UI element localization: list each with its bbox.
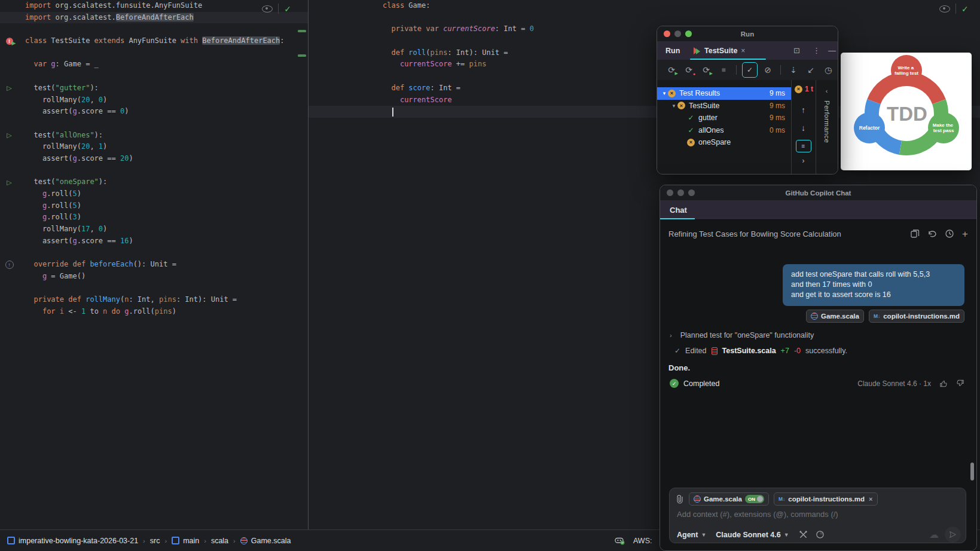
tree-chevron-icon[interactable]: ▾ <box>670 103 677 109</box>
collapse-strip-icon[interactable]: ‹ <box>826 87 828 94</box>
planned-step-row[interactable]: › Planned test for "oneSpare" functional… <box>670 331 814 339</box>
context-chip[interactable]: Game.scala <box>806 310 864 323</box>
code-line[interactable] <box>0 247 308 259</box>
next-failed-test-icon[interactable]: ↓ <box>791 123 816 133</box>
highlighting-eye-icon[interactable] <box>939 5 950 13</box>
minimize-window-button[interactable] <box>677 189 684 196</box>
thumbs-up-icon[interactable] <box>939 379 948 388</box>
usage-timer-icon[interactable] <box>816 530 825 539</box>
input-context-chips[interactable]: Game.scalaONM↓copilot-instructions.md× <box>689 492 878 506</box>
code-line[interactable]: test("allOnes"): <box>0 130 308 142</box>
code-line[interactable] <box>0 47 308 59</box>
edited-file-name[interactable]: TestSuite.scala <box>722 347 776 355</box>
code-line[interactable] <box>309 12 980 24</box>
cloud-sync-icon[interactable]: ☁ <box>929 529 939 540</box>
zoom-window-button[interactable] <box>685 30 692 37</box>
import-test-results-icon[interactable]: ↙ <box>804 63 818 77</box>
breadcrumb-item[interactable]: imperative-bowling-kata-2026-03-21 <box>7 537 138 545</box>
send-button[interactable] <box>945 526 961 543</box>
edited-step-row[interactable]: ✓ Edited TestSuite.scala +7 -0 successfu… <box>674 347 847 355</box>
traffic-lights[interactable] <box>664 30 692 37</box>
run-tabstrip[interactable]: Run TestSuite × ⊡ ⋮ — <box>657 41 838 60</box>
run-test-icon[interactable]: ▷ <box>5 178 14 187</box>
editor-pane-testsuite[interactable]: import org.scalatest.funsuite.AnyFunSuit… <box>0 0 308 529</box>
breadcrumb-item[interactable]: scala <box>211 537 228 545</box>
code-line[interactable]: assert(g.score == 0) <box>0 106 308 118</box>
code-line[interactable]: g.roll(5) <box>0 200 308 212</box>
thumbs-down-icon[interactable] <box>955 379 964 388</box>
expand-chevron-icon[interactable]: › <box>670 332 672 339</box>
toggle-auto-test-icon[interactable]: ⟳▶ <box>699 63 713 77</box>
run-tool-window[interactable]: Run Run TestSuite × ⊡ ⋮ — ⟳▶ ⟳● ⟳▶ ■ ✓ ⊘… <box>657 26 838 175</box>
minimize-window-button[interactable] <box>674 30 681 37</box>
tab-chat[interactable]: Chat <box>670 206 687 215</box>
code-line[interactable]: class Game: <box>309 0 980 12</box>
code-line[interactable] <box>0 23 308 35</box>
copilot-status-icon[interactable] <box>615 536 625 545</box>
traffic-lights[interactable] <box>667 189 695 196</box>
code-line[interactable]: test("gutter"): <box>0 82 308 94</box>
chat-tabstrip[interactable]: Chat <box>660 200 976 220</box>
inspections-ok-icon[interactable]: ✓ <box>961 4 969 14</box>
close-window-button[interactable] <box>664 30 670 37</box>
inspection-widget[interactable]: ✓ <box>262 4 291 14</box>
context-chip[interactable]: M↓copilot-instructions.md× <box>774 492 878 506</box>
code-line[interactable]: var g: Game = _ <box>0 59 308 71</box>
history-clock-icon[interactable] <box>945 229 954 238</box>
tree-chevron-icon[interactable]: ▾ <box>661 90 668 96</box>
inspections-ok-icon[interactable]: ✓ <box>284 4 291 14</box>
highlighting-eye-icon[interactable] <box>262 5 273 13</box>
previous-failed-test-icon[interactable]: ↑ <box>791 105 816 115</box>
breadcrumb-item[interactable]: main <box>172 537 199 545</box>
zoom-window-button[interactable] <box>688 189 695 196</box>
override-method-icon[interactable]: ↑ <box>5 261 14 270</box>
context-chip[interactable]: M↓copilot-instructions.md <box>869 310 964 323</box>
input-controls-row[interactable]: Agent▼ Claude Sonnet 4.6▼ ☁ <box>677 526 961 543</box>
move-to-window-icon[interactable]: ⊡ <box>793 46 800 55</box>
tools-icon[interactable] <box>799 530 808 539</box>
test-side-toolbar[interactable]: × 1 t ↑ ↓ ≡ › <box>791 80 816 174</box>
breadcrumb[interactable]: imperative-bowling-kata-2026-03-21›src›m… <box>0 537 291 545</box>
toggle-output-layout-button[interactable]: ≡ <box>791 140 816 152</box>
breadcrumb-item[interactable]: Game.scala <box>240 537 291 545</box>
test-tree-row[interactable]: ▾×TestSuite9 ms <box>657 100 791 112</box>
chat-input-placeholder[interactable]: Add context (#), extensions (@), command… <box>677 510 838 519</box>
test-history-icon[interactable]: ◷ <box>821 63 835 77</box>
code-line[interactable]: g.roll(5) <box>0 188 308 200</box>
code-line[interactable] <box>0 283 308 295</box>
expand-panel-icon[interactable]: › <box>791 157 816 165</box>
run-test-icon[interactable]: ▷ <box>5 131 14 140</box>
code-line[interactable]: rollMany(20, 1) <box>0 141 308 153</box>
inspection-widget[interactable]: ✓ <box>939 4 969 14</box>
test-results-tree[interactable]: ▾×Test Results9 ms▾×TestSuite9 ms✓gutter… <box>657 87 791 149</box>
performance-tab-label[interactable]: Performance <box>823 100 831 143</box>
hide-window-icon[interactable]: — <box>828 46 836 55</box>
code-line[interactable]: override def beforeEach(): Unit = <box>0 259 308 271</box>
new-chat-icon[interactable]: + <box>962 229 968 239</box>
paperclip-icon[interactable] <box>676 494 684 504</box>
vcs-change-stripe-mark[interactable] <box>298 30 306 32</box>
show-ignored-icon[interactable]: ⊘ <box>761 63 775 77</box>
code-line[interactable]: rollMany(20, 0) <box>0 94 308 106</box>
code-line[interactable]: rollMany(17, 0) <box>0 224 308 235</box>
rerun-tests-icon[interactable]: ⟳▶ <box>664 63 679 77</box>
code-area-testsuite[interactable]: import org.scalatest.funsuite.AnyFunSuit… <box>0 0 308 318</box>
run-toolbar[interactable]: ⟳▶ ⟳● ⟳▶ ■ ✓ ⊘ ⇣ ↙ ◷ <box>657 60 838 81</box>
tab-testsuite[interactable]: TestSuite × <box>690 41 770 60</box>
test-tree-row[interactable]: ×oneSpare <box>657 136 791 149</box>
test-tree-row[interactable]: ✓allOnes0 ms <box>657 124 791 137</box>
rerun-failed-tests-icon[interactable]: ⟳● <box>682 63 696 77</box>
run-test-icon[interactable]: ▷ <box>5 84 14 93</box>
breadcrumb-item[interactable]: src <box>150 537 160 545</box>
chat-input-box[interactable]: Game.scalaONM↓copilot-instructions.md× A… <box>669 488 966 543</box>
code-line[interactable] <box>309 35 980 47</box>
input-context-row[interactable]: Game.scalaONM↓copilot-instructions.md× <box>676 492 878 506</box>
code-line[interactable]: g = Game() <box>0 271 308 283</box>
mode-selector[interactable]: Agent <box>677 531 698 539</box>
code-line[interactable]: assert(g.score == 20) <box>0 153 308 165</box>
status-right-group[interactable]: AWS: <box>615 536 652 545</box>
copilot-chat-window[interactable]: GitHub Copilot Chat Chat Refining Test C… <box>660 185 977 551</box>
code-line[interactable]: class TestSuite extends AnyFunSuite with… <box>0 35 308 47</box>
code-line[interactable] <box>0 71 308 82</box>
close-window-button[interactable] <box>667 189 673 196</box>
